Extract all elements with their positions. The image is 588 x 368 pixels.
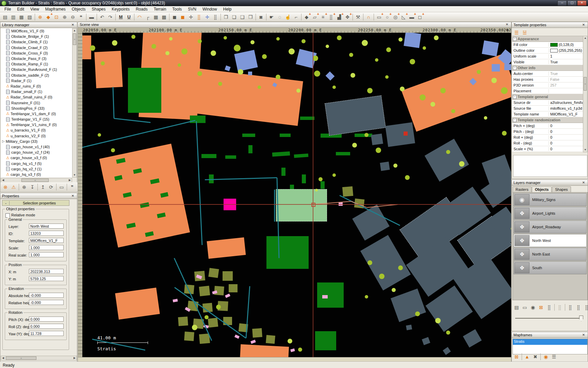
menu-svn[interactable]: SVN: [185, 6, 199, 12]
grid-dense-icon[interactable]: ▩: [160, 13, 168, 21]
map-object-green[interactable]: [355, 134, 372, 137]
map-tree[interactable]: [393, 164, 397, 168]
map-tree[interactable]: [216, 305, 221, 309]
library-item[interactable]: ▷Military_Cargo (33): [1, 139, 72, 144]
map-object-green[interactable]: [315, 331, 336, 350]
menu-objects[interactable]: Objects: [69, 6, 89, 12]
map-object-olive[interactable]: [199, 286, 210, 296]
map-tree[interactable]: [375, 58, 378, 62]
map-object-green[interactable]: [225, 155, 236, 159]
map-tree[interactable]: [337, 35, 342, 40]
map-tree[interactable]: [446, 331, 450, 335]
property-value[interactable]: 1: [549, 54, 583, 58]
menu-edit[interactable]: Edit: [14, 6, 27, 12]
map-tree[interactable]: [368, 260, 372, 265]
pan-hand-icon[interactable]: ☛: [267, 13, 276, 21]
map-object-pink[interactable]: [250, 340, 256, 344]
library-item[interactable]: ⚠u_barracks_V1_F (0): [1, 127, 72, 133]
selection-move-icon[interactable]: ⣿: [545, 303, 553, 311]
map-tree[interactable]: [364, 133, 369, 137]
selection-copy-icon[interactable]: ⣿: [566, 303, 574, 311]
map-tree[interactable]: [350, 73, 355, 78]
library-item[interactable]: ⚠TentHangar_V1_dam_F (0): [1, 111, 72, 117]
map-object-pink[interactable]: [173, 299, 178, 302]
map-object-pink[interactable]: [290, 349, 295, 352]
map-tree[interactable]: [502, 131, 507, 136]
library-item[interactable]: Radar_small_F (1): [1, 89, 72, 94]
menu-shapes[interactable]: Shapes: [89, 6, 109, 12]
map-object-green[interactable]: [201, 154, 216, 158]
transform-zoom-icon[interactable]: ○: [383, 13, 391, 21]
grid-cells-icon[interactable]: ▦: [152, 13, 160, 21]
library-item[interactable]: MilOffices_V1_F (9): [1, 28, 72, 34]
map-object-olive[interactable]: [252, 328, 262, 338]
map-road-line[interactable]: [114, 118, 150, 123]
property-value[interactable]: 257: [549, 83, 583, 87]
transform-eraser-icon[interactable]: ◺: [399, 13, 408, 21]
properties-titlebar[interactable]: Properties ✕: [0, 193, 77, 199]
selection-center-icon[interactable]: ⣿: [556, 303, 564, 311]
map-tree[interactable]: [314, 71, 320, 77]
map-tree[interactable]: [332, 86, 336, 89]
transform-fill-icon[interactable]: ▬: [408, 13, 416, 21]
add-rectangle-icon[interactable]: ▱: [311, 13, 319, 21]
map-object-red[interactable]: [404, 132, 408, 136]
map-object-slate[interactable]: [391, 289, 426, 322]
property-value[interactable]: (0,128,0): [549, 43, 583, 47]
map-tree[interactable]: [398, 37, 403, 42]
library-item[interactable]: cargo_house_v2_f (24): [1, 150, 72, 155]
window-image-icon[interactable]: ❒: [246, 13, 255, 21]
view-cube-textured-icon[interactable]: ◼: [179, 13, 187, 21]
map-object-olive[interactable]: [178, 317, 188, 326]
map-tree[interactable]: [98, 133, 101, 137]
map-road-line[interactable]: [113, 87, 115, 118]
property-group-header[interactable]: −Appearance: [512, 36, 583, 42]
library-item[interactable]: ⚠TentHangar_V1_ruins_F (0): [1, 122, 72, 127]
field-input-layer[interactable]: North West: [29, 224, 64, 229]
template-grid-scrollbar[interactable]: ▲ ≡ ▼: [583, 36, 587, 152]
map-tree[interactable]: [484, 116, 487, 120]
pick-object-icon[interactable]: ☝: [284, 13, 292, 21]
map-object-blue[interactable]: [225, 65, 231, 71]
menu-file[interactable]: File: [1, 6, 14, 12]
library-hscrollbar[interactable]: ◀ ≡ ▶: [1, 178, 72, 183]
field-input-pitchxdeg[interactable]: 0.000: [29, 317, 64, 322]
map-tree[interactable]: [151, 44, 156, 49]
map-tree[interactable]: [440, 88, 446, 93]
map-tree[interactable]: [238, 69, 243, 75]
layer-item-airport_roadway[interactable]: ❖Airport_Roadway: [513, 220, 587, 233]
tools-hammers-icon[interactable]: ⚒: [354, 13, 362, 21]
map-object-slate[interactable]: [385, 122, 415, 147]
map-tree[interactable]: [501, 87, 508, 94]
library-item[interactable]: Obstacle_Climb_F (1): [1, 39, 72, 45]
map-object-green[interactable]: [272, 151, 290, 157]
map-tree[interactable]: [315, 189, 318, 191]
map-tree[interactable]: [415, 311, 420, 316]
map-tree[interactable]: [446, 150, 450, 154]
map-object-olive[interactable]: [208, 268, 219, 278]
map-tree[interactable]: [362, 40, 368, 46]
map-tree[interactable]: [298, 348, 302, 352]
property-row[interactable]: Roll - (deg)0: [512, 140, 583, 146]
color-swatch[interactable]: [550, 43, 558, 47]
map-tree[interactable]: [430, 102, 435, 107]
property-row[interactable]: Placement: [512, 88, 583, 94]
layer-delete-icon[interactable]: ▭: [521, 303, 529, 311]
collapse-indicator[interactable]: -: [2, 201, 10, 205]
close-icon[interactable]: ✕: [581, 333, 586, 337]
center-on-selection-icon[interactable]: ⊕: [36, 13, 44, 21]
map-tree[interactable]: [410, 59, 415, 64]
library-vscrollbar[interactable]: ▲ ≡ ▼: [72, 28, 77, 178]
map-tree[interactable]: [451, 109, 455, 113]
map-tree[interactable]: [385, 75, 389, 79]
window-new-icon[interactable]: ❐: [222, 13, 230, 21]
field-input-xm[interactable]: 202238.313: [29, 269, 64, 274]
frame-lock-icon[interactable]: ⊠: [512, 353, 521, 361]
magnet-snap-icon[interactable]: ∩: [364, 13, 373, 21]
layer-lock-icon[interactable]: ⊠: [537, 303, 545, 311]
reload-library-icon[interactable]: ⟳: [47, 183, 55, 191]
close-icon[interactable]: ✕: [581, 23, 586, 27]
map-road-line[interactable]: [246, 286, 250, 338]
map-object-orange[interactable]: [207, 237, 246, 259]
measure-units-icon[interactable]: U: [125, 13, 133, 21]
